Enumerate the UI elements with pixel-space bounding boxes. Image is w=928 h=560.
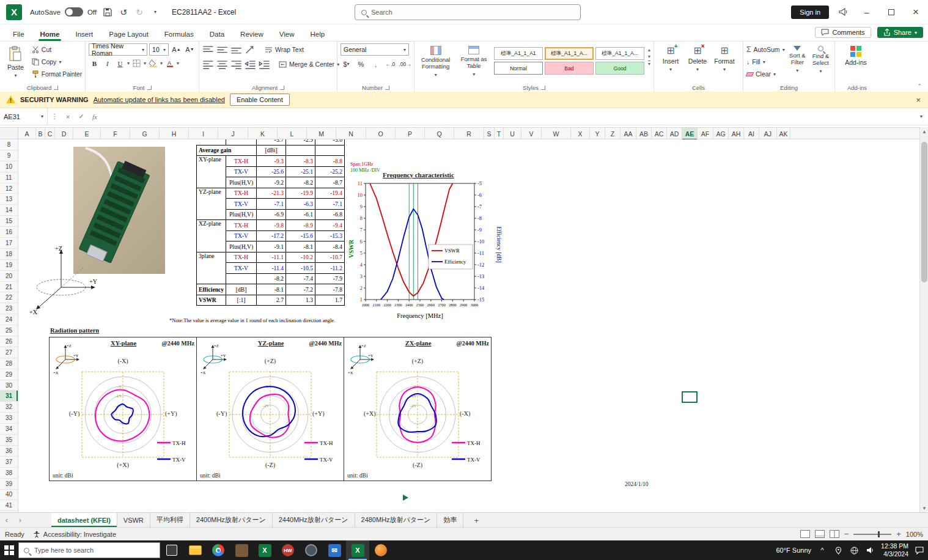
style-chip-2[interactable]: 標準_A1_1_A... xyxy=(595,47,644,60)
autosave-toggle[interactable] xyxy=(65,7,83,17)
gain-cell[interactable]: -8.1 xyxy=(286,241,315,252)
gain-cell[interactable]: -6.9 xyxy=(257,209,286,220)
delete-cells-button[interactable]: ⊞× Delete ▾ xyxy=(684,43,711,72)
zoom-in-icon[interactable]: + xyxy=(896,529,901,539)
format-cells-button[interactable]: ⊞ Format ▾ xyxy=(711,43,738,72)
gain-cell[interactable]: -7.2 xyxy=(286,284,315,295)
search-input[interactable]: Search xyxy=(355,4,581,20)
column-header-Q[interactable]: Q xyxy=(425,128,454,140)
gain-cell[interactable]: -8.1 xyxy=(257,284,286,295)
grow-font-button[interactable]: A▲ xyxy=(171,43,182,55)
gain-cell[interactable]: -15.6 xyxy=(286,230,315,241)
ribbon-tab-page-layout[interactable]: Page Layout xyxy=(101,28,157,41)
ribbon-tab-data[interactable]: Data xyxy=(202,28,232,41)
row-header-8[interactable]: 8 xyxy=(0,139,18,150)
gain-cell[interactable]: -25.2 xyxy=(315,166,345,177)
sheet-tab-vswr[interactable]: VSWR xyxy=(117,513,150,527)
vertical-scrollbar[interactable]: ▲ ▼ xyxy=(919,127,928,512)
style-chip-4[interactable]: Bad xyxy=(545,62,594,75)
clipboard-dialog-launcher-icon[interactable] xyxy=(54,86,58,90)
ribbon-tab-review[interactable]: Review xyxy=(232,28,271,41)
ribbon-tab-insert[interactable]: Insert xyxy=(67,28,101,41)
gain-cell[interactable]: -6.1 xyxy=(286,209,315,220)
taskbar-app-mail-app[interactable]: ✉ xyxy=(323,540,346,560)
row-header-26[interactable]: 26 xyxy=(0,336,18,347)
font-dialog-launcher-icon[interactable] xyxy=(147,86,152,90)
row-header-25[interactable]: 25 xyxy=(0,325,18,336)
sheet-tab-2400mhz放射パターン[interactable]: 2400MHz放射パターン xyxy=(190,513,273,527)
column-header-S[interactable]: S xyxy=(484,128,495,140)
column-header-V[interactable]: V xyxy=(521,128,542,140)
gain-cell[interactable]: -9.4 xyxy=(315,220,345,231)
column-header-E[interactable]: E xyxy=(73,128,101,140)
row-header-19[interactable]: 19 xyxy=(0,260,18,271)
format-painter-button[interactable]: Format Painter xyxy=(32,68,82,80)
row-header-21[interactable]: 21 xyxy=(0,282,18,293)
fill-button[interactable]: ↓Fill▾ xyxy=(746,56,785,68)
column-header-K[interactable]: K xyxy=(248,128,278,140)
column-header-AH[interactable]: AH xyxy=(729,128,744,140)
comments-button[interactable]: Comments xyxy=(815,27,871,38)
tray-expand-icon[interactable]: ^ xyxy=(817,545,827,555)
italic-button[interactable]: I xyxy=(101,57,113,69)
taskbar-app-camera-app[interactable] xyxy=(300,540,323,560)
gain-cell[interactable]: -7.4 xyxy=(286,273,315,284)
plane-label[interactable]: 3plane xyxy=(197,252,226,284)
formula-input[interactable] xyxy=(101,108,915,125)
gain-cell[interactable]: -8.3 xyxy=(286,156,315,167)
column-header-R[interactable]: R xyxy=(454,128,484,140)
number-dialog-launcher-icon[interactable] xyxy=(385,86,389,90)
gain-cell[interactable]: -2.9 xyxy=(286,139,315,145)
gain-cell[interactable]: -7.9 xyxy=(315,273,345,284)
gain-cell[interactable]: -9.3 xyxy=(257,156,286,167)
decrease-decimal-button[interactable]: .00→ xyxy=(399,58,411,70)
column-header-AG[interactable]: AG xyxy=(713,128,729,140)
plane-label[interactable]: YZ-plane xyxy=(197,188,226,220)
bold-button[interactable]: B xyxy=(89,57,100,69)
gain-cell[interactable]: -8.7 xyxy=(315,177,345,188)
addins-button[interactable]: Add-ins xyxy=(838,43,874,66)
gain-cell[interactable]: 2.7 xyxy=(257,295,286,306)
qat-customize-icon[interactable]: ▾ xyxy=(147,4,163,20)
save-icon[interactable] xyxy=(100,4,116,20)
row-header-24[interactable]: 24 xyxy=(0,314,18,325)
sheet-area[interactable]: +Z+Y+X -3.7-2.9-3.6Average gain[dBi]XY-p… xyxy=(18,139,919,512)
style-chip-3[interactable]: Normal xyxy=(494,62,543,75)
taskbar-app-task-view[interactable] xyxy=(160,540,183,560)
shrink-font-button[interactable]: A▼ xyxy=(184,43,196,55)
zoom-slider-thumb[interactable] xyxy=(878,531,880,537)
row-header-17[interactable]: 17 xyxy=(0,238,18,249)
gain-cell[interactable]: -8.2 xyxy=(286,177,315,188)
share-button[interactable]: Share ▾ xyxy=(877,27,923,38)
gain-cell[interactable]: -25.1 xyxy=(286,166,315,177)
row-header-10[interactable]: 10 xyxy=(0,161,18,172)
style-chip-0[interactable]: 標準_A1_1_A1 xyxy=(494,47,543,60)
underline-caret-icon[interactable]: ▾ xyxy=(127,61,130,66)
ribbon-tab-view[interactable]: View xyxy=(271,28,303,41)
column-header-AA[interactable]: AA xyxy=(621,128,636,140)
network-globe-icon[interactable] xyxy=(849,545,859,555)
gallery-down-icon[interactable]: ▾ xyxy=(648,54,650,59)
increase-indent-icon[interactable] xyxy=(259,59,270,70)
sheet-tab-平均利得[interactable]: 平均利得 xyxy=(150,513,190,527)
row-header-13[interactable]: 13 xyxy=(0,194,18,205)
fill-color-button[interactable] xyxy=(147,57,159,69)
security-warning-message[interactable]: Automatic update of links has been disab… xyxy=(94,96,225,103)
row-header-12[interactable]: 12 xyxy=(0,183,18,194)
gain-cell[interactable]: -8.9 xyxy=(286,220,315,231)
gain-cell[interactable]: -10.7 xyxy=(315,252,345,263)
redo-icon[interactable]: ↻ xyxy=(131,4,147,20)
taskbar-app-chrome[interactable] xyxy=(207,540,230,560)
sheet-nav-right-icon[interactable]: › xyxy=(13,513,27,527)
insert-cells-button[interactable]: ⊞+ Insert ▾ xyxy=(657,43,684,72)
sheet-tab-効率[interactable]: 効率 xyxy=(437,513,463,527)
vertical-scroll-thumb[interactable] xyxy=(921,142,927,282)
gain-cell[interactable]: 1.3 xyxy=(286,295,315,306)
mode-label[interactable] xyxy=(226,273,257,284)
gain-cell[interactable]: -11.2 xyxy=(315,263,345,274)
borders-button[interactable] xyxy=(131,57,142,69)
mode-label[interactable]: TX-V xyxy=(226,199,257,210)
gain-cell[interactable]: -19.4 xyxy=(315,188,345,199)
mode-label[interactable]: Plus(H,V) xyxy=(226,241,257,252)
gain-cell[interactable]: -7.8 xyxy=(315,284,345,295)
